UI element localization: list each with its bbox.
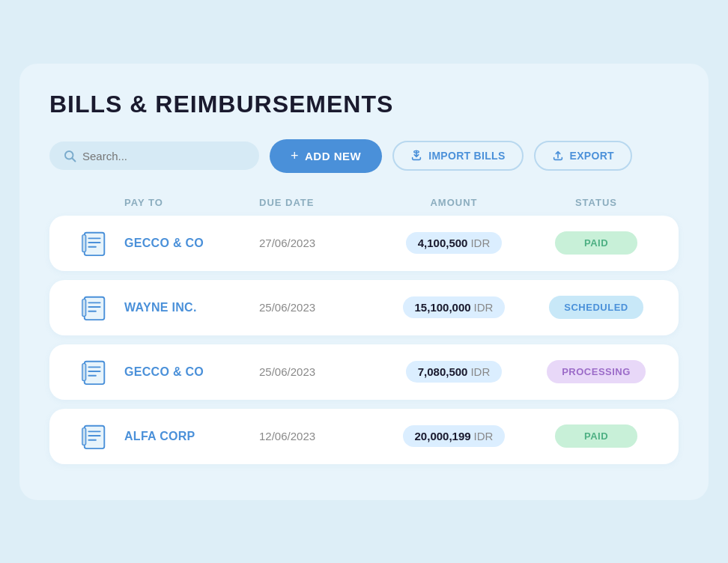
status-badge: PAID [555, 231, 637, 255]
svg-rect-13 [85, 361, 105, 383]
row-due-date: 25/06/2023 [259, 301, 379, 314]
bill-icon [80, 229, 109, 258]
export-button[interactable]: EXPORT [534, 141, 632, 171]
bill-icon [80, 293, 109, 322]
row-status: PROCESSING [529, 360, 664, 383]
svg-rect-7 [82, 234, 86, 252]
svg-rect-3 [85, 232, 105, 255]
svg-rect-22 [82, 427, 86, 445]
col-header-pay-to: PAY TO [124, 197, 259, 208]
import-label: IMPORT BILLS [428, 150, 505, 162]
search-input[interactable] [82, 150, 246, 162]
svg-rect-12 [82, 299, 86, 316]
import-icon [410, 150, 422, 162]
row-amount: 15,100,000IDR [379, 296, 529, 318]
svg-point-0 [65, 151, 73, 159]
col-header-status: STATUS [529, 197, 664, 208]
svg-rect-17 [82, 363, 86, 380]
row-icon [64, 358, 124, 386]
row-icon [64, 229, 124, 258]
row-status: PAID [529, 424, 664, 448]
main-container: BILLS & REIMBURSEMENTS + ADD NEW IMPORT … [19, 64, 709, 500]
import-bills-button[interactable]: IMPORT BILLS [392, 141, 523, 171]
col-header-amount: AMOUNT [379, 197, 529, 208]
row-amount: 4,100,500IDR [379, 232, 529, 254]
table-header: PAY TO DUE DATE AMOUNT STATUS [49, 197, 679, 208]
table-row[interactable]: GECCO & CO 25/06/2023 7,080,500IDR PROCE… [49, 344, 679, 400]
row-due-date: 12/06/2023 [259, 430, 379, 442]
row-company-name: WAYNE INC. [124, 301, 259, 314]
row-amount: 7,080,500IDR [379, 361, 529, 383]
status-badge: PAID [555, 424, 637, 448]
status-badge: SCHEDULED [549, 296, 643, 319]
add-new-button[interactable]: + ADD NEW [270, 139, 382, 173]
svg-rect-8 [85, 296, 105, 319]
col-header-icon [64, 197, 124, 208]
row-icon [64, 422, 124, 451]
table-row[interactable]: GECCO & CO 27/06/2023 4,100,500IDR PAID [49, 216, 679, 271]
table-row[interactable]: ALFA CORP 12/06/2023 20,000,199IDR PAID [49, 409, 679, 464]
search-box[interactable] [49, 141, 259, 170]
export-label: EXPORT [570, 150, 614, 162]
row-icon [64, 293, 124, 322]
toolbar: + ADD NEW IMPORT BILLS EXPORT [49, 139, 679, 173]
row-status: SCHEDULED [529, 296, 664, 319]
export-icon [552, 150, 564, 162]
row-company-name: GECCO & CO [124, 237, 259, 250]
add-new-label: ADD NEW [305, 150, 361, 162]
status-badge: PROCESSING [547, 360, 646, 383]
row-due-date: 25/06/2023 [259, 365, 379, 378]
row-amount: 20,000,199IDR [379, 425, 529, 447]
bill-icon [80, 358, 109, 386]
bill-icon [80, 422, 109, 451]
search-icon [63, 149, 76, 162]
table-row[interactable]: WAYNE INC. 25/06/2023 15,100,000IDR SCHE… [49, 280, 679, 335]
plus-icon: + [291, 148, 299, 164]
page-title: BILLS & REIMBURSEMENTS [49, 91, 679, 118]
row-due-date: 27/06/2023 [259, 237, 379, 249]
row-company-name: GECCO & CO [124, 365, 259, 379]
row-company-name: ALFA CORP [124, 430, 259, 443]
row-status: PAID [529, 231, 664, 255]
table-rows: GECCO & CO 27/06/2023 4,100,500IDR PAID [49, 216, 679, 464]
col-header-due-date: DUE DATE [259, 197, 379, 208]
svg-rect-18 [85, 425, 105, 448]
svg-line-1 [73, 159, 76, 162]
